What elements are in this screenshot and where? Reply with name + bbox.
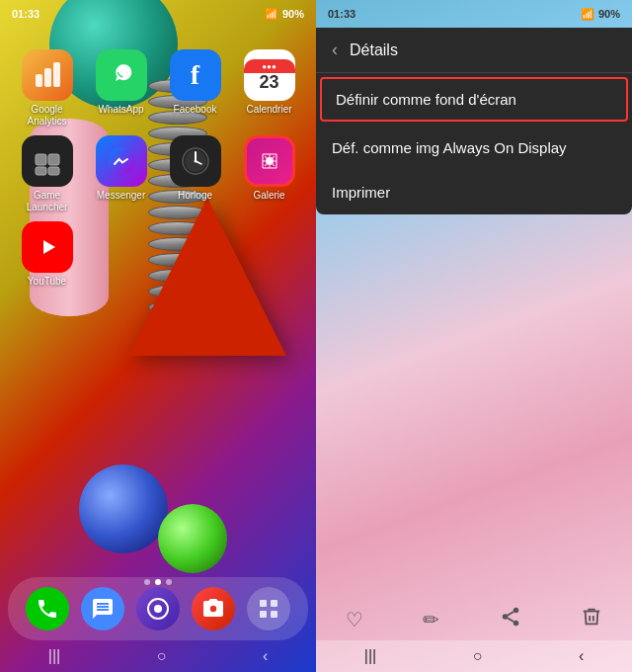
svg-rect-23 xyxy=(271,611,277,618)
app-whatsapp[interactable]: WhatsApp xyxy=(86,49,156,127)
app-label-whatsapp: WhatsApp xyxy=(98,104,143,116)
context-menu-header: ‹ Détails xyxy=(316,28,632,73)
app-calendrier[interactable]: ●●● 23 Calendrier xyxy=(234,49,304,127)
blue-sphere-shape xyxy=(79,464,168,553)
left-phone: 01:33 📶 90% GoogleAnalytics WhatsApp f F… xyxy=(0,0,316,672)
left-signal-icon: 📶 xyxy=(265,8,278,21)
dock-bixby[interactable] xyxy=(136,587,180,630)
right-signal-icon: 📶 xyxy=(581,8,594,21)
app-facebook[interactable]: f Facebook xyxy=(160,49,230,127)
svg-point-13 xyxy=(194,160,197,163)
svg-point-25 xyxy=(502,614,508,620)
svg-rect-4 xyxy=(36,154,46,165)
app-label-youtube: YouTube xyxy=(28,276,66,288)
svg-line-28 xyxy=(507,612,513,616)
context-menu: ‹ Détails Définir comme fond d'écran Déf… xyxy=(316,28,632,214)
dock-apps[interactable] xyxy=(247,587,290,630)
google-analytics-icon xyxy=(22,49,73,101)
left-status-bar: 01:33 📶 90% xyxy=(0,0,316,28)
whatsapp-icon xyxy=(96,49,147,101)
context-back-button[interactable]: ‹ xyxy=(332,40,338,60)
right-time: 01:33 xyxy=(328,8,356,20)
left-time: 01:33 xyxy=(12,8,40,20)
dock-phone[interactable] xyxy=(26,587,69,630)
svg-rect-20 xyxy=(260,600,267,607)
bottom-dock xyxy=(8,577,308,640)
nav-menu-btn[interactable]: ||| xyxy=(48,647,60,665)
app-label-game-launcher: GameLauncher xyxy=(27,190,68,213)
messenger-icon xyxy=(96,135,147,187)
nav-back-btn[interactable]: ‹ xyxy=(263,647,268,665)
galerie-icon xyxy=(244,135,295,187)
action-favorite[interactable]: ♡ xyxy=(346,608,363,631)
svg-rect-6 xyxy=(36,167,46,175)
svg-point-26 xyxy=(513,621,518,627)
right-nav-home[interactable]: ○ xyxy=(473,647,483,665)
horloge-icon xyxy=(170,135,221,187)
action-edit[interactable]: ✏ xyxy=(423,608,439,631)
right-nav-menu[interactable]: ||| xyxy=(364,647,376,665)
action-delete[interactable] xyxy=(581,606,602,632)
svg-rect-0 xyxy=(36,74,42,87)
right-phone: 01:33 📶 90% ‹ Détails Définir comme fond… xyxy=(316,0,632,672)
right-bottom-action-bar: ♡ ✏ xyxy=(316,598,632,640)
context-menu-title: Détails xyxy=(350,42,398,59)
left-nav-bar: ||| ○ ‹ xyxy=(0,640,316,672)
right-nav-bar: ||| ○ ‹ xyxy=(316,640,632,672)
app-horloge[interactable]: Horloge xyxy=(160,135,230,213)
svg-rect-2 xyxy=(53,62,60,87)
app-galerie[interactable]: Galerie xyxy=(234,135,304,213)
app-messenger[interactable]: Messenger xyxy=(86,135,156,213)
menu-item-print[interactable]: Imprimer xyxy=(316,170,632,214)
svg-line-27 xyxy=(507,618,513,622)
left-battery: 90% xyxy=(282,8,304,20)
svg-rect-21 xyxy=(271,600,277,607)
app-google-analytics[interactable]: GoogleAnalytics xyxy=(12,49,82,127)
menu-item-set-wallpaper[interactable]: Définir comme fond d'écran xyxy=(320,77,628,122)
svg-point-24 xyxy=(513,608,518,614)
youtube-icon xyxy=(22,221,73,273)
app-label-galerie: Galerie xyxy=(253,190,284,202)
right-battery: 90% xyxy=(598,8,620,20)
app-label-calendrier: Calendrier xyxy=(246,104,291,116)
app-youtube[interactable]: YouTube xyxy=(12,221,82,288)
svg-point-19 xyxy=(154,605,162,613)
right-status-right: 📶 90% xyxy=(581,8,620,21)
game-launcher-icon xyxy=(22,135,73,187)
green-sphere-shape xyxy=(158,504,227,573)
facebook-icon: f xyxy=(170,49,221,101)
action-share[interactable] xyxy=(500,606,521,632)
menu-item-set-aod[interactable]: Déf. comme img Always On Display xyxy=(316,126,632,170)
app-game-launcher[interactable]: GameLauncher xyxy=(12,135,82,213)
svg-rect-22 xyxy=(260,611,267,618)
dock-chat[interactable] xyxy=(81,587,124,630)
app-label-google-analytics: GoogleAnalytics xyxy=(27,104,66,127)
nav-home-btn[interactable]: ○ xyxy=(157,647,167,665)
svg-rect-1 xyxy=(44,68,51,87)
right-nav-back[interactable]: ‹ xyxy=(579,647,584,665)
app-label-facebook: Facebook xyxy=(174,104,217,116)
dock-camera[interactable] xyxy=(192,587,235,630)
app-label-horloge: Horloge xyxy=(178,190,212,202)
calendrier-icon: ●●● 23 xyxy=(244,49,295,101)
app-grid: GoogleAnalytics WhatsApp f Facebook ●●● … xyxy=(0,40,316,297)
right-status-bar: 01:33 📶 90% xyxy=(316,0,632,28)
app-label-messenger: Messenger xyxy=(97,190,145,202)
svg-rect-7 xyxy=(48,167,59,175)
svg-rect-5 xyxy=(48,154,59,165)
left-status-right: 📶 90% xyxy=(265,8,304,21)
